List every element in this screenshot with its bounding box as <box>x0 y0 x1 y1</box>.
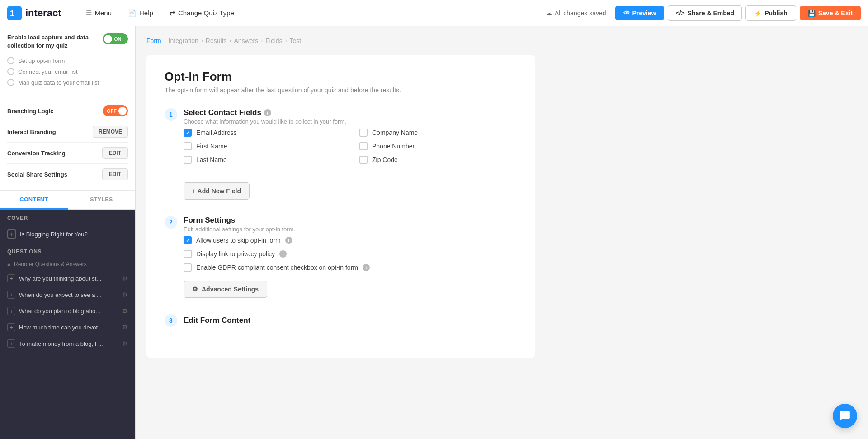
conversion-tracking-row: Conversion Tracking EDIT <box>7 143 128 164</box>
publish-label: Publish <box>764 10 788 17</box>
setting-allow-skip[interactable]: ✓ Allow users to skip opt-in form i <box>184 236 517 244</box>
interact-branding-row: Interact Branding REMOVE <box>7 121 128 143</box>
social-share-label: Social Share Settings <box>7 171 67 178</box>
breadcrumb-fields[interactable]: Fields <box>265 37 282 44</box>
lead-capture-toggle[interactable]: ON <box>103 33 128 44</box>
gear-icon-0[interactable]: ⚙ <box>122 275 128 282</box>
preview-button[interactable]: 👁 Preview <box>615 6 665 20</box>
checkbox-gdpr[interactable] <box>184 263 192 272</box>
status-label: All changes saved <box>555 10 606 17</box>
breadcrumb-answers[interactable]: Answers <box>234 37 259 44</box>
step-2: 2 Form Settings Edit additional settings… <box>165 216 517 298</box>
radio-map-data[interactable]: Map quiz data to your email list <box>7 77 128 88</box>
menu-button[interactable]: ☰ Menu <box>80 6 118 20</box>
setting-privacy-policy[interactable]: Display link to privacy policy i <box>184 250 517 258</box>
checkbox-email[interactable]: ✓ <box>184 129 192 137</box>
share-embed-button[interactable]: </> Share & Embed <box>668 5 742 21</box>
checkbox-first-name[interactable] <box>184 142 192 150</box>
field-email-address[interactable]: ✓ Email Address <box>184 129 341 137</box>
step-2-header: 2 Form Settings Edit additional settings… <box>165 216 517 233</box>
question-item-3[interactable]: + How much time can you devot... ⚙ <box>0 319 135 335</box>
field-phone-number[interactable]: Phone Number <box>359 142 517 150</box>
add-new-field-button[interactable]: + Add New Field <box>184 182 250 200</box>
breadcrumb-results[interactable]: Results <box>206 37 227 44</box>
help-button[interactable]: 📄 Help <box>122 6 160 20</box>
field-zip-code[interactable]: Zip Code <box>359 156 517 164</box>
checkbox-privacy[interactable] <box>184 250 192 258</box>
main-layout: Enable lead capture and data collection … <box>0 26 868 439</box>
branching-toggle[interactable]: OFF <box>103 105 128 116</box>
allow-skip-info-icon[interactable]: i <box>285 237 292 244</box>
breadcrumb-form[interactable]: Form <box>146 37 161 44</box>
question-text-4: To make money from a blog, I ... <box>19 340 118 347</box>
field-first-name[interactable]: First Name <box>184 142 341 150</box>
change-quiz-type-icon: ⇄ <box>170 9 175 17</box>
breadcrumb-integration[interactable]: Integration <box>169 37 198 44</box>
menu-icon: ☰ <box>86 9 92 17</box>
help-icon: 📄 <box>128 9 137 17</box>
question-item-0[interactable]: + Why are you thinking about st... ⚙ <box>0 270 135 286</box>
branching-toggle-label: OFF <box>107 108 117 114</box>
gear-icon-4[interactable]: ⚙ <box>122 340 128 347</box>
question-item-4[interactable]: + To make money from a blog, I ... ⚙ <box>0 335 135 352</box>
privacy-info-icon[interactable]: i <box>279 250 287 258</box>
cover-section-header: COVER <box>0 210 135 225</box>
change-quiz-type-label: Change Quiz Type <box>178 9 234 17</box>
gear-icon-1[interactable]: ⚙ <box>122 291 128 298</box>
setting-gdpr[interactable]: Enable GDPR compliant consent checkbox o… <box>184 263 517 272</box>
gear-icon-2[interactable]: ⚙ <box>122 307 128 315</box>
question-item-1[interactable]: + When do you expect to see a ... ⚙ <box>0 286 135 303</box>
nav-divider <box>72 6 72 20</box>
chevron-5: › <box>285 38 287 44</box>
branching-logic-label: Branching Logic <box>7 108 54 115</box>
checkbox-company[interactable] <box>359 129 368 137</box>
code-icon: </> <box>675 10 684 17</box>
checkbox-zip[interactable] <box>359 156 368 164</box>
step-1-info: Select Contact Fields i Choose what info… <box>184 108 346 125</box>
step-2-info: Form Settings Edit additional settings f… <box>184 216 295 233</box>
cover-add-icon: + <box>7 229 16 239</box>
checkbox-allow-skip[interactable]: ✓ <box>184 236 192 244</box>
email-label: Email Address <box>196 129 236 136</box>
breadcrumb-test[interactable]: Test <box>290 37 302 44</box>
step-1-body: ✓ Email Address Company Name First Name <box>184 129 517 200</box>
question-text-1: When do you expect to see a ... <box>19 291 118 298</box>
remove-branding-button[interactable]: REMOVE <box>93 126 128 138</box>
radio-connect-email[interactable]: Connect your email list <box>7 66 128 77</box>
cover-item[interactable]: + Is Blogging Right for You? <box>0 225 135 243</box>
sidebar-tabs: CONTENT STYLES <box>0 191 135 210</box>
step-1-info-icon[interactable]: i <box>264 109 271 116</box>
question-text-3: How much time can you devot... <box>19 324 118 331</box>
checkbox-last-name[interactable] <box>184 156 192 164</box>
chat-bubble[interactable] <box>833 404 857 428</box>
cover-item-text: Is Blogging Right for You? <box>20 231 88 238</box>
publish-button[interactable]: ⚡ Publish <box>745 5 796 21</box>
publish-icon: ⚡ <box>754 10 762 17</box>
edit-social-share-button[interactable]: EDIT <box>102 168 128 180</box>
save-icon: 💾 <box>808 10 816 17</box>
tab-styles[interactable]: STYLES <box>68 191 136 210</box>
radio-circle-2 <box>7 68 14 75</box>
change-quiz-type-button[interactable]: ⇄ Change Quiz Type <box>163 6 241 20</box>
sidebar-settings: Branching Logic OFF Interact Branding RE… <box>0 95 135 191</box>
save-exit-button[interactable]: 💾 Save & Exit <box>800 6 861 20</box>
chevron-2: › <box>201 38 203 44</box>
tab-content[interactable]: CONTENT <box>0 191 68 210</box>
gear-icon-3[interactable]: ⚙ <box>122 324 128 331</box>
advanced-settings-button[interactable]: ⚙ Advanced Settings <box>184 281 267 298</box>
question-item-2[interactable]: + What do you plan to blog abo... ⚙ <box>0 303 135 319</box>
chevron-4: › <box>261 38 263 44</box>
reorder-icon: ≡ <box>7 261 10 267</box>
radio-opt-in-form[interactable]: Set up opt-in form <box>7 55 128 66</box>
checkbox-phone[interactable] <box>359 142 368 150</box>
step-1-number: 1 <box>165 108 177 121</box>
field-last-name[interactable]: Last Name <box>184 156 341 164</box>
edit-conversion-button[interactable]: EDIT <box>102 147 128 159</box>
questions-section-header: QUESTIONS <box>0 243 135 258</box>
question-text-0: Why are you thinking about st... <box>19 275 118 282</box>
company-label: Company Name <box>372 129 418 136</box>
breadcrumb: Form › Integration › Results › Answers ›… <box>146 37 857 44</box>
step-2-body: ✓ Allow users to skip opt-in form i Disp… <box>184 236 517 298</box>
gdpr-info-icon[interactable]: i <box>363 264 370 271</box>
field-company-name[interactable]: Company Name <box>359 129 517 137</box>
